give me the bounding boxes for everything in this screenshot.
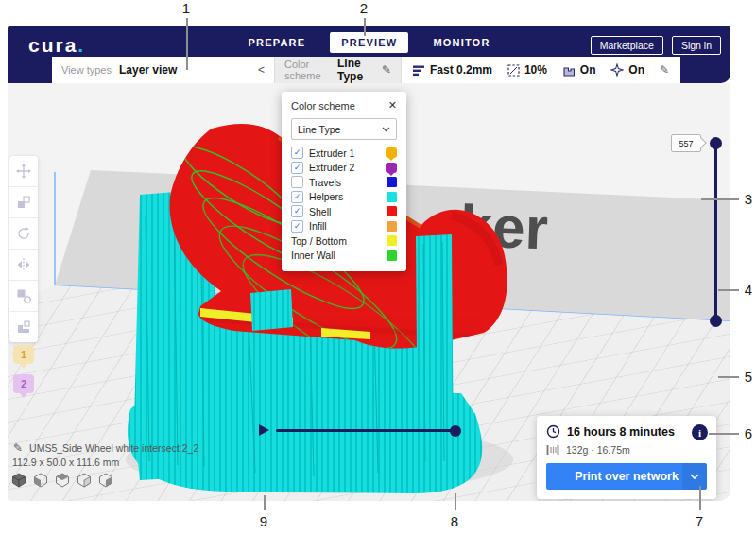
layer-slider-top-handle[interactable] (710, 137, 722, 149)
model-support-block[interactable] (250, 289, 293, 331)
per-model-settings-tool-icon (15, 287, 32, 304)
simulation-play-button[interactable] (259, 424, 269, 436)
shell-checkbox[interactable]: ✓ (291, 205, 303, 217)
view-3d-icon[interactable] (11, 473, 26, 488)
mirror-tool-button[interactable] (9, 250, 38, 281)
legend-row-travels: Travels (291, 175, 397, 190)
callout-4-line (718, 289, 739, 291)
infill-setting[interactable]: 10% (507, 63, 547, 77)
print-over-network-button[interactable]: Print over network (546, 463, 707, 490)
extruder1-swatch (386, 147, 397, 158)
path-slider-handle[interactable] (450, 425, 461, 437)
info-icon[interactable]: i (692, 424, 708, 440)
travels-swatch (387, 177, 397, 187)
view-top-icon[interactable] (55, 473, 70, 488)
tool-sidebar (9, 156, 38, 342)
clock-icon (546, 424, 560, 439)
legend-label: Shell (309, 206, 331, 217)
extruder2-swatch (386, 163, 397, 173)
tab-monitor[interactable]: MONITOR (433, 37, 490, 48)
chevron-down-icon (690, 474, 699, 480)
header-buttons: Marketplace Sign in (591, 36, 721, 55)
support-setting[interactable]: On (562, 63, 596, 77)
view-types-value: Layer view (119, 63, 177, 77)
adhesion-setting[interactable]: On (610, 63, 644, 77)
print-button-label: Print over network (575, 470, 679, 483)
callout-9-line (264, 495, 266, 510)
layer-slider-track[interactable] (714, 143, 717, 320)
legend-label: Extruder 2 (309, 162, 354, 173)
rename-model-pencil-icon[interactable]: ✎ (13, 441, 23, 455)
view-left-icon[interactable] (77, 473, 92, 488)
color-scheme-label: Color scheme (284, 59, 330, 81)
extruder2-checkbox[interactable]: ✓ (291, 162, 303, 174)
helpers-swatch (387, 192, 397, 202)
print-time: 16 hours 8 minutes (567, 425, 675, 439)
material-spool-icon (546, 444, 559, 456)
legend-row-helpers: ✓ Helpers (291, 190, 397, 205)
material-usage: 132g · 16.75m (566, 444, 630, 456)
support-value: On (580, 63, 596, 77)
adhesion-value: On (628, 63, 644, 77)
helpers-checkbox[interactable]: ✓ (291, 191, 303, 203)
model-name: UMS5_Side Wheel white intersect 2_2 (29, 442, 198, 454)
scale-tool-icon (15, 194, 32, 211)
adhesion-icon (610, 63, 624, 77)
move-tool-icon (15, 163, 32, 180)
print-summary-panel: 16 hours 8 minutes i 132g · 16.75m Print… (537, 416, 716, 499)
infill-value: 10% (524, 63, 547, 77)
layer-slider-bottom-handle[interactable] (710, 315, 722, 327)
infill-swatch (387, 221, 397, 232)
cura-preview-screen: cura. PREPARE PREVIEW MONITOR Marketplac… (0, 0, 756, 535)
view-front-icon[interactable] (33, 473, 48, 488)
legend-label: Helpers (309, 191, 343, 202)
camera-view-buttons (11, 473, 113, 488)
callout-2: 2 (356, 0, 371, 16)
edit-pencil-icon[interactable]: ✎ (382, 63, 391, 77)
callout-3: 3 (741, 191, 756, 207)
legend-row-extruder1: ✓ Extruder 1 (291, 146, 397, 161)
callout-7: 7 (692, 513, 707, 529)
rotate-tool-button[interactable] (9, 218, 38, 250)
rotate-tool-icon (15, 225, 32, 242)
legend-label: Top / Bottom (291, 235, 347, 247)
callout-6: 6 (741, 425, 756, 441)
callout-1-line (186, 18, 188, 70)
per-model-settings-tool-button[interactable] (9, 281, 38, 312)
tab-prepare[interactable]: PREPARE (248, 37, 305, 48)
collapse-chevron-icon[interactable]: < (258, 63, 265, 77)
extruder1-checkbox[interactable]: ✓ (291, 147, 303, 159)
marketplace-button[interactable]: Marketplace (591, 36, 663, 55)
callout-4: 4 (741, 282, 756, 298)
print-settings-summary[interactable]: Fast 0.2mm 10% On On ✎ (402, 57, 680, 83)
infill-checkbox[interactable]: ✓ (291, 220, 303, 233)
callout-5-line (718, 376, 739, 378)
infill-icon (507, 64, 520, 77)
model-support-right[interactable] (416, 234, 454, 469)
tab-preview[interactable]: PREVIEW (330, 32, 408, 53)
view-right-icon[interactable] (98, 473, 113, 488)
line-type-dropdown-value: Line Type (298, 124, 340, 135)
print-options-chevron[interactable] (682, 463, 707, 490)
line-type-dropdown[interactable]: Line Type (291, 118, 397, 140)
extruder-2-badge[interactable]: 2 (13, 374, 34, 393)
sign-in-button[interactable]: Sign in (672, 36, 721, 55)
support-blocker-tool-button[interactable] (9, 312, 38, 342)
color-scheme-selector[interactable]: Color scheme Line Type ✎ (274, 57, 402, 83)
color-scheme-popup: Color scheme ✕ Line Type ✓ Extruder 1 ✓ … (282, 92, 406, 271)
callout-3-line (701, 198, 739, 200)
path-slider-track[interactable] (276, 429, 455, 432)
model-name-row: ✎ UMS5_Side Wheel white intersect 2_2 (13, 441, 198, 455)
travels-checkbox[interactable] (291, 176, 303, 188)
top-bottom-swatch (387, 235, 397, 246)
cura-logo: cura. (28, 34, 85, 57)
edit-print-settings-icon[interactable]: ✎ (660, 63, 669, 77)
close-icon[interactable]: ✕ (388, 99, 397, 112)
move-tool-button[interactable] (9, 156, 38, 187)
support-icon (562, 64, 576, 77)
profile-setting[interactable]: Fast 0.2mm (413, 63, 492, 77)
extruder-1-badge[interactable]: 1 (13, 345, 34, 364)
callout-2-line (364, 18, 366, 36)
view-types-selector[interactable]: View types Layer view < (52, 57, 274, 83)
scale-tool-button[interactable] (9, 187, 38, 218)
